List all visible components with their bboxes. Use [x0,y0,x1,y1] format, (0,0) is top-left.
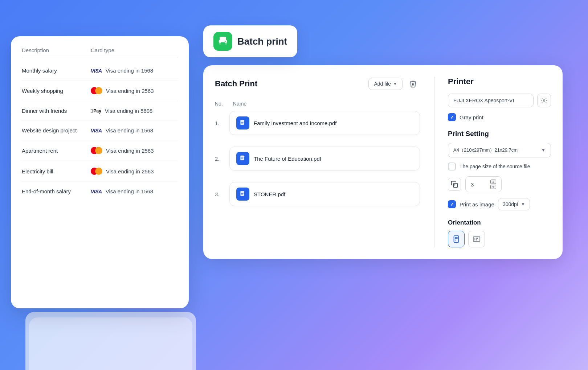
source-file-checkbox[interactable] [448,163,456,170]
print-as-image-label: Print as image [460,201,494,207]
files-section: Batch Print Add file ▼ [215,77,435,247]
files-header: Batch Print Add file ▼ [215,77,420,91]
svg-rect-9 [241,158,244,158]
card-number-text: Visa ending in 5698 [105,108,153,114]
settings-section: Printer ✓ Gray print Print Sett [435,77,551,247]
add-file-button[interactable]: Add file ▼ [368,78,403,90]
svg-rect-13 [241,194,243,194]
batch-print-title: Batch Print [215,79,257,89]
file-name: The Future of Education.pdf [254,156,321,162]
pdf-icon [236,152,249,165]
mastercard-icon [91,87,102,94]
row-description: End-of-month salary [22,188,91,194]
svg-rect-0 [220,37,226,41]
svg-rect-6 [241,122,244,123]
copies-spinners: ▲ ▼ [490,180,496,189]
copies-value: 3 [471,181,474,188]
row-card: Visa ending in 2563 [91,87,178,94]
card-number-text: Visa ending in 2563 [106,168,154,174]
trash-icon [409,80,417,88]
file-card[interactable]: Family Investment and income.pdf [229,111,420,135]
chevron-down-icon: ▼ [541,148,546,153]
col-no-header: No. [215,101,226,107]
file-number: 3. [215,191,224,197]
print-as-image-row: ✓ Print as image 300dpi ▼ [448,198,551,210]
table-row: Weekly shopping Visa ending in 2563 [22,81,178,101]
row-card: VISA Visa ending in 1568 [91,188,178,194]
file-name: Family Investment and income.pdf [254,120,336,126]
printer-title: Printer [448,77,551,86]
card-number-text: Visa ending in 1568 [106,67,154,74]
row-card: VISA Visa ending in 1568 [91,67,178,74]
svg-point-14 [543,100,545,102]
transaction-panel: Description Card type Monthly salary VIS… [11,36,189,308]
paper-size-row: A4（210x297mm）21x29.7cm ▼ [448,143,551,157]
pdf-icon [236,188,249,201]
print-as-image-checkbox[interactable]: ✓ [448,200,456,208]
paper-size-value: A4（210x297mm）21x29.7cm [453,147,518,153]
gray-print-checkbox[interactable]: ✓ [448,113,456,121]
dpi-value: 300dpi [503,201,518,207]
svg-rect-3 [221,42,225,45]
pdf-icon [236,116,249,130]
checkmark-icon: ✓ [450,202,454,207]
visa-logo-icon: VISA [91,189,102,194]
portrait-orientation-button[interactable] [448,231,465,247]
copies-row: + 3 ▲ ▼ [448,176,551,192]
card-number-text: Visa ending in 2563 [106,148,154,154]
main-content-card: Batch Print Add file ▼ [203,65,563,259]
row-description: Weekly shopping [22,88,91,94]
svg-rect-10 [241,159,243,159]
table-row: Monthly salary VISA Visa ending in 1568 [22,61,178,81]
source-file-label: The page size of the source file [460,164,530,169]
dpi-select[interactable]: 300dpi ▼ [498,198,530,210]
row-description: Website design project [22,127,91,133]
visa-logo-icon: VISA [91,68,102,74]
copies-icon: + [448,178,461,191]
file-card[interactable]: The Future of Education.pdf [229,147,420,170]
chevron-down-icon: ▼ [393,82,397,86]
copies-input-wrap: 3 ▲ ▼ [465,176,502,192]
copies-decrement-button[interactable]: ▼ [490,185,496,189]
batch-print-icon [213,32,232,51]
header-actions: Add file ▼ [368,77,420,91]
printer-settings-button[interactable] [537,94,551,107]
orientation-title: Orientation [448,219,551,226]
row-card: Visa ending in 2563 [91,168,178,175]
copies-increment-button[interactable]: ▲ [490,180,496,184]
source-file-row: The page size of the source file [448,163,551,170]
file-name: STONER.pdf [254,191,285,197]
printer-name-input[interactable] [448,94,534,107]
file-card[interactable]: STONER.pdf [229,182,420,206]
svg-rect-7 [241,123,243,123]
batch-print-header-card: Batch print [203,25,297,57]
portrait-icon [452,235,460,243]
table-header: Description Card type [22,47,178,57]
landscape-orientation-button[interactable] [468,231,485,247]
delete-button[interactable] [406,77,420,91]
table-row: Website design project VISA Visa ending … [22,121,178,140]
row-description: Dinner with friends [22,108,91,114]
col-name-header: Name [233,101,420,107]
col-card-header: Card type [91,47,178,53]
col-description-header: Description [22,47,91,53]
file-number: 1. [215,120,224,126]
row-card: Pay Visa ending in 5698 [91,108,178,114]
table-row: Electricity bill Visa ending in 2563 [22,161,178,182]
visa-logo-icon: VISA [91,128,102,133]
card-number-text: Visa ending in 2563 [106,88,154,94]
printer-input-row [448,94,551,107]
card-number-text: Visa ending in 1568 [106,127,154,133]
batch-print-header-title: Batch print [237,36,287,47]
paper-size-select[interactable]: A4（210x297mm）21x29.7cm ▼ [448,143,551,157]
mastercard-icon [91,147,102,154]
row-card: Visa ending in 2563 [91,147,178,154]
card-number-text: Visa ending in 1568 [106,188,154,194]
gray-print-label: Gray print [460,114,483,120]
mastercard-icon [91,168,102,175]
landscape-icon [473,235,481,243]
row-description: Monthly salary [22,67,91,74]
add-file-label: Add file [374,81,391,87]
gray-print-row: ✓ Gray print [448,113,551,121]
file-item: 2. The Future of Education.pdf [215,147,420,176]
